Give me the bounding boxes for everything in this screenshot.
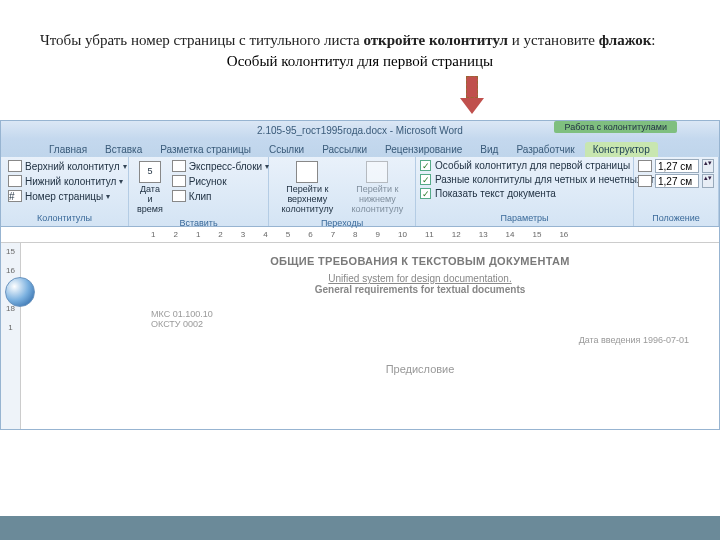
- goto-footer-button[interactable]: Перейти к нижнему колонтитулу: [344, 159, 411, 217]
- goto-header-button[interactable]: Перейти к верхнему колонтитулу: [273, 159, 342, 217]
- ribbon-tabs: Главная Вставка Разметка страницы Ссылки…: [1, 139, 719, 157]
- footer-from-bottom-spinner[interactable]: ▴▾: [638, 174, 714, 188]
- footer-margin-icon: [638, 175, 652, 187]
- callout-arrow: [460, 76, 484, 116]
- group-navigation: Переходы: [273, 217, 411, 229]
- chevron-down-icon: ▾: [106, 192, 110, 201]
- document-area: 151617181 ОБЩИЕ ТРЕБОВАНИЯ К ТЕКСТОВЫМ Д…: [1, 243, 719, 429]
- header-from-top-spinner[interactable]: ▴▾: [638, 159, 714, 173]
- goto-header-icon: [296, 161, 318, 183]
- titlebar: 2.105-95_гост1995года.docx - Microsoft W…: [1, 121, 719, 139]
- doc-heading: ОБЩИЕ ТРЕБОВАНИЯ К ТЕКСТОВЫМ ДОКУМЕНТАМ: [151, 255, 689, 267]
- checkbox-checked-icon: [420, 188, 431, 199]
- ribbon: Верхний колонтитул▾ Нижний колонтитул▾ #…: [1, 157, 719, 227]
- tab-layout[interactable]: Разметка страницы: [152, 142, 259, 157]
- group-position: Положение: [638, 212, 714, 224]
- picture-icon: [172, 175, 186, 187]
- header-dropdown[interactable]: Верхний колонтитул▾: [5, 159, 130, 173]
- date-time-button[interactable]: 5Дата и время: [133, 159, 167, 217]
- checkbox-checked-icon: [420, 174, 431, 185]
- contextual-tab-label: Работа с колонтитулами: [554, 121, 677, 133]
- footer-dropdown[interactable]: Нижний колонтитул▾: [5, 174, 130, 188]
- chevron-down-icon: ▾: [123, 162, 127, 171]
- group-options: Параметры: [420, 212, 629, 224]
- instruction-option: Особый колонтитул для первой страницы: [40, 53, 680, 70]
- tab-design[interactable]: Конструктор: [585, 142, 658, 157]
- horizontal-ruler[interactable]: 1212345678910111213141516: [1, 227, 719, 243]
- group-headers-footers: Колонтитулы: [5, 212, 124, 224]
- doc-code-1: МКС 01.100.10: [151, 309, 689, 319]
- clip-icon: [172, 190, 186, 202]
- tab-references[interactable]: Ссылки: [261, 142, 312, 157]
- blocks-icon: [172, 160, 186, 172]
- instruction-text: Чтобы убрать номер страницы с титульного…: [40, 30, 680, 51]
- window-title: 2.105-95_гост1995года.docx - Microsoft W…: [257, 125, 463, 136]
- group-insert: Вставить: [133, 217, 264, 229]
- goto-footer-icon: [366, 161, 388, 183]
- checkbox-checked-icon: [420, 160, 431, 171]
- doc-subtitle-2: General requirements for textual documen…: [151, 284, 689, 295]
- page-content[interactable]: ОБЩИЕ ТРЕБОВАНИЯ К ТЕКСТОВЫМ ДОКУМЕНТАМ …: [21, 243, 719, 429]
- header-margin-icon: [638, 160, 652, 172]
- doc-date: Дата введения 1996-07-01: [151, 335, 689, 345]
- tab-insert[interactable]: Вставка: [97, 142, 150, 157]
- tab-mailings[interactable]: Рассылки: [314, 142, 375, 157]
- chevron-down-icon: ▾: [119, 177, 123, 186]
- tab-view[interactable]: Вид: [472, 142, 506, 157]
- header-icon: [8, 160, 22, 172]
- tab-home[interactable]: Главная: [41, 142, 95, 157]
- picture-button[interactable]: Рисунок: [169, 174, 272, 188]
- page-number-dropdown[interactable]: #Номер страницы▾: [5, 189, 130, 203]
- calendar-icon: 5: [139, 161, 161, 183]
- slide-footer-bar: [0, 516, 720, 540]
- office-button[interactable]: [5, 277, 35, 307]
- clipart-button[interactable]: Клип: [169, 189, 272, 203]
- doc-subtitle-1: Unified system for design documentation.: [151, 273, 689, 284]
- quick-parts-button[interactable]: Экспресс-блоки▾: [169, 159, 272, 173]
- tab-review[interactable]: Рецензирование: [377, 142, 470, 157]
- vertical-ruler[interactable]: 151617181: [1, 243, 21, 429]
- page-number-icon: #: [8, 190, 22, 202]
- doc-preface: Предисловие: [151, 363, 689, 375]
- tab-developer[interactable]: Разработчик: [508, 142, 582, 157]
- footer-icon: [8, 175, 22, 187]
- doc-code-2: ОКСТУ 0002: [151, 319, 689, 329]
- word-window: 2.105-95_гост1995года.docx - Microsoft W…: [0, 120, 720, 430]
